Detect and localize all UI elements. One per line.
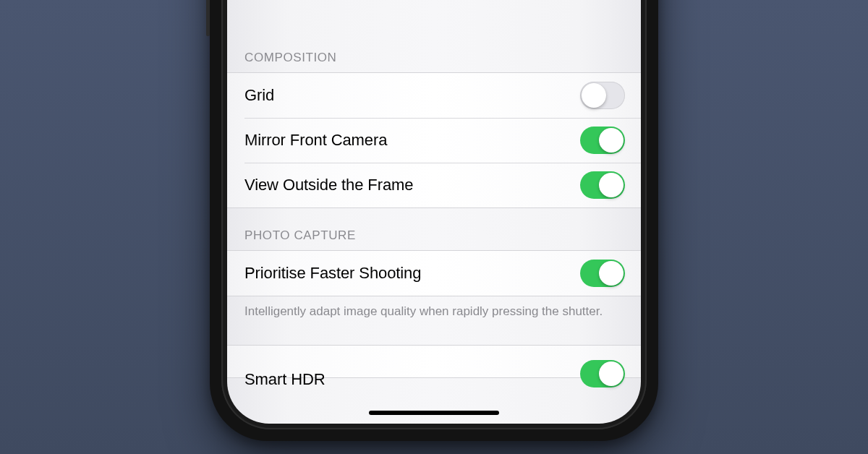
toggle-grid[interactable] bbox=[580, 82, 625, 109]
row-view-outside-frame[interactable]: View Outside the Frame bbox=[227, 163, 641, 207]
composition-group: Grid Mirror Front Camera View Outside th… bbox=[227, 72, 641, 208]
spacer bbox=[227, 327, 641, 345]
section-footer-photo-capture: Intelligently adapt image quality when r… bbox=[227, 296, 641, 327]
row-smart-hdr[interactable]: Smart HDR bbox=[227, 346, 641, 377]
settings-list[interactable]: COMPOSITION Grid Mirror Front Camera Vie… bbox=[227, 30, 641, 424]
row-grid[interactable]: Grid bbox=[227, 73, 641, 118]
home-indicator[interactable] bbox=[369, 411, 499, 415]
photo-capture-group: Prioritise Faster Shooting bbox=[227, 250, 641, 296]
section-header-composition: COMPOSITION bbox=[227, 30, 641, 72]
row-label-prioritise: Prioritise Faster Shooting bbox=[244, 264, 421, 283]
toggle-mirror-front-camera[interactable] bbox=[580, 127, 625, 154]
section-header-photo-capture: PHOTO CAPTURE bbox=[227, 208, 641, 250]
volume-down-button bbox=[206, 0, 210, 36]
smart-hdr-group: Smart HDR bbox=[227, 345, 641, 378]
toggle-smart-hdr[interactable] bbox=[580, 360, 625, 387]
row-mirror-front-camera[interactable]: Mirror Front Camera bbox=[227, 118, 641, 163]
row-prioritise-faster-shooting[interactable]: Prioritise Faster Shooting bbox=[227, 251, 641, 296]
toggle-prioritise-faster-shooting[interactable] bbox=[580, 260, 625, 287]
screen-mask: COMPOSITION Grid Mirror Front Camera Vie… bbox=[227, 0, 641, 424]
row-label-smart-hdr: Smart HDR bbox=[244, 370, 326, 389]
toggle-view-outside-frame[interactable] bbox=[580, 171, 625, 199]
phone-frame: COMPOSITION Grid Mirror Front Camera Vie… bbox=[210, 0, 658, 441]
row-label-grid: Grid bbox=[244, 86, 274, 105]
settings-screen[interactable]: COMPOSITION Grid Mirror Front Camera Vie… bbox=[227, 0, 641, 424]
row-label-view-outside: View Outside the Frame bbox=[244, 176, 413, 194]
row-label-mirror: Mirror Front Camera bbox=[244, 131, 387, 150]
phone-bezel: COMPOSITION Grid Mirror Front Camera Vie… bbox=[221, 0, 647, 429]
